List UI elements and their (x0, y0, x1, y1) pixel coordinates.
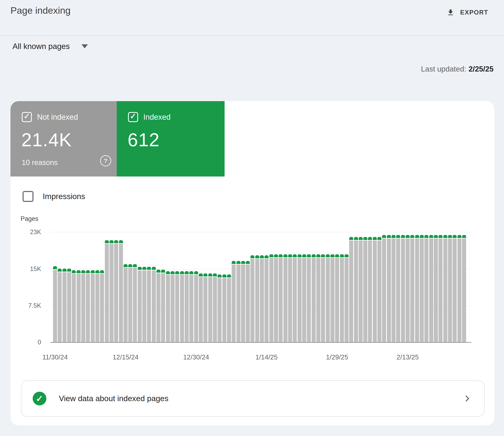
indexed-checkbox[interactable]: ✓ (128, 112, 138, 122)
chart-bar[interactable] (283, 254, 288, 342)
chart-bar[interactable] (72, 270, 76, 342)
chart-bar[interactable] (439, 235, 442, 342)
chart-bar[interactable] (443, 235, 447, 342)
chart-bar[interactable] (180, 271, 184, 342)
export-button[interactable]: EXPORT (447, 9, 488, 17)
page-filter-dropdown[interactable]: All known pages (12, 42, 88, 51)
chart-bar[interactable] (359, 237, 363, 342)
chart-bar[interactable] (81, 270, 85, 342)
chart-bar[interactable] (232, 261, 236, 342)
chart-bar[interactable] (293, 254, 297, 342)
chart-bar[interactable] (213, 273, 217, 342)
chart-bar[interactable] (406, 235, 410, 342)
chart-bar[interactable] (382, 235, 386, 342)
chart-bar[interactable] (100, 270, 104, 342)
chart-bar[interactable] (147, 267, 151, 342)
chart-bar[interactable] (222, 274, 226, 342)
chart-bar[interactable] (330, 254, 335, 342)
chart-bar[interactable] (288, 254, 292, 342)
chart-bar[interactable] (279, 254, 283, 342)
chart-bar[interactable] (363, 237, 367, 342)
chart-bar[interactable] (63, 269, 66, 342)
chart-bar[interactable] (170, 271, 175, 342)
chart-bar[interactable] (387, 235, 391, 342)
chart-bar[interactable] (119, 240, 123, 342)
chart-bar[interactable] (401, 235, 405, 342)
chart-bar[interactable] (453, 235, 457, 342)
chart-bar[interactable] (185, 271, 189, 342)
chart-bar[interactable] (448, 235, 452, 342)
chart-bar[interactable] (377, 237, 382, 342)
chart-bar[interactable] (241, 261, 245, 342)
chart-bar[interactable] (138, 267, 142, 342)
chart-bar[interactable] (105, 240, 109, 342)
chart-bar[interactable] (312, 254, 316, 342)
chart-bar[interactable] (260, 255, 264, 342)
chart-bar[interactable] (246, 261, 250, 342)
chart-bar[interactable] (335, 254, 339, 342)
indexed-toggle[interactable]: ✓ Indexed 612 ? (117, 101, 224, 176)
not-indexed-toggle[interactable]: ✓ Not indexed 21.4K 10 reasons ? (10, 101, 117, 176)
chart-bar[interactable] (321, 254, 325, 342)
chart-bar[interactable] (349, 237, 353, 342)
impressions-toggle[interactable]: Impressions (23, 191, 85, 202)
chart-bar[interactable] (269, 254, 273, 342)
chart-bar[interactable] (264, 255, 269, 342)
chart-bar[interactable] (340, 254, 344, 342)
not-indexed-bar-segment (434, 238, 438, 342)
impressions-checkbox[interactable] (23, 191, 33, 202)
chart-bar[interactable] (354, 237, 358, 342)
chart-bar[interactable] (462, 235, 466, 342)
chart-bar[interactable] (424, 235, 429, 342)
chart-bar[interactable] (298, 254, 302, 342)
chart-bar[interactable] (95, 270, 99, 342)
chart-bar[interactable] (415, 235, 419, 342)
chart-bar[interactable] (152, 267, 156, 342)
chart-bar[interactable] (217, 274, 222, 342)
chart-bar[interactable] (457, 235, 461, 342)
chart-bar[interactable] (199, 273, 203, 342)
chart-bar[interactable] (157, 270, 160, 342)
chart-bar[interactable] (345, 254, 349, 342)
chart-bar[interactable] (368, 237, 372, 342)
chart-bar[interactable] (203, 273, 207, 342)
chart-bar[interactable] (110, 240, 113, 342)
chart-bar[interactable] (236, 261, 241, 342)
chart-bar[interactable] (227, 274, 231, 342)
chart-bar[interactable] (410, 235, 414, 342)
chart-bar[interactable] (250, 255, 254, 342)
chart-bar[interactable] (302, 254, 306, 342)
view-indexed-data-link[interactable]: ✓ View data about indexed pages (21, 380, 485, 417)
chart-bar[interactable] (175, 271, 179, 342)
chart-bar[interactable] (114, 240, 118, 342)
chart-bar[interactable] (142, 267, 146, 342)
chart-bar[interactable] (373, 237, 377, 342)
chart-bar[interactable] (434, 235, 438, 342)
chart-bar[interactable] (189, 271, 193, 342)
chart-bar[interactable] (86, 270, 90, 342)
help-icon[interactable]: ? (312, 155, 323, 166)
chart-bar[interactable] (208, 273, 212, 342)
chart-bar[interactable] (166, 271, 170, 342)
chart-bar[interactable] (77, 270, 81, 342)
not-indexed-checkbox[interactable]: ✓ (22, 112, 32, 122)
chart-bar[interactable] (161, 270, 165, 342)
chart-bar[interactable] (420, 235, 424, 342)
chart-bar[interactable] (274, 254, 278, 342)
chart-bar[interactable] (124, 264, 128, 342)
chart-bar[interactable] (58, 269, 62, 342)
chart-bar[interactable] (316, 254, 320, 342)
help-icon[interactable]: ? (100, 155, 111, 166)
chart-bar[interactable] (194, 271, 198, 342)
chart-bar[interactable] (392, 235, 396, 342)
chart-bar[interactable] (128, 264, 132, 342)
chart-bar[interactable] (255, 255, 259, 342)
chart-bar[interactable] (307, 254, 311, 342)
chart-bar[interactable] (429, 235, 433, 342)
chart-bar[interactable] (53, 266, 57, 342)
chart-bar[interactable] (396, 235, 400, 342)
chart-bar[interactable] (67, 269, 71, 342)
chart-bar[interactable] (133, 264, 137, 342)
chart-bar[interactable] (91, 270, 95, 342)
chart-bar[interactable] (326, 254, 330, 342)
